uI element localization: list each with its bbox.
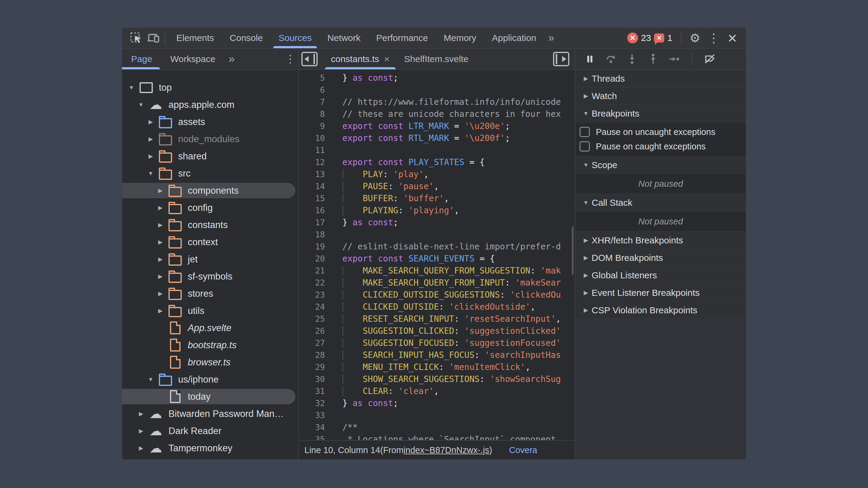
debugger-section-event-listener-breakpoints[interactable]: ▶Event Listener Breakpoints [575,284,746,301]
chevron-right-icon[interactable]: ▶ [155,307,165,314]
tree-item-us-iphone[interactable]: ▼us/iphone [122,371,299,388]
tree-item-shared[interactable]: ▶shared [122,148,299,165]
pause-script-icon[interactable] [583,53,596,66]
tree-item-bitwarden-password-man-[interactable]: ▶☁Bitwarden Password Man… [122,405,299,422]
chevron-down-icon[interactable]: ▼ [146,376,156,383]
debugger-section-call-stack[interactable]: ▼Call Stack [575,194,746,212]
step-into-icon[interactable] [625,53,639,66]
debugger-section-breakpoints[interactable]: ▼Breakpoints [575,105,746,122]
debugger-section-threads[interactable]: ▶Threads [575,70,746,87]
editor-tab[interactable]: ShelfItem.svelte [397,49,475,69]
line-number[interactable]: 7 [299,97,325,107]
line-number[interactable]: 15 [299,194,325,203]
chevron-right-icon[interactable]: ▶ [136,445,146,452]
tree-item-utils[interactable]: ▶utils [122,302,299,319]
debugger-section-xhr-fetch-breakpoints[interactable]: ▶XHR/fetch Breakpoints [575,232,746,249]
line-number[interactable]: 19 [299,242,325,251]
line-number[interactable]: 27 [299,338,325,348]
chevron-right-icon[interactable]: ▶ [155,290,165,297]
chevron-right-icon[interactable]: ▶ [146,153,156,160]
line-number[interactable]: 13 [299,170,325,179]
debugger-section-dom-breakpoints[interactable]: ▶DOM Breakpoints [575,249,746,267]
inspect-element-icon[interactable] [128,30,145,46]
tab-performance[interactable]: Performance [368,28,436,48]
tab-network[interactable]: Network [319,28,368,48]
line-number[interactable]: 33 [299,411,325,420]
line-number[interactable]: 23 [299,290,325,299]
line-number[interactable]: 26 [299,326,325,335]
line-number[interactable]: 28 [299,350,325,360]
step-icon[interactable] [668,53,681,66]
navigator-tab-page[interactable]: Page [122,49,161,69]
line-number[interactable]: 35 [299,435,325,441]
chevron-right-icon[interactable]: ▶ [155,238,165,246]
chevron-down-icon[interactable]: ▼ [126,84,136,91]
step-out-icon[interactable] [647,53,660,66]
line-number[interactable]: 34 [299,423,325,432]
errors-warnings-badge[interactable]: ✕ 23 ✕ 1 [627,33,673,43]
hide-navigator-icon[interactable] [301,52,318,66]
line-number[interactable]: 12 [299,158,325,167]
tab-memory[interactable]: Memory [436,28,484,48]
tree-item-components[interactable]: ▶components [122,182,299,199]
tree-item-assets[interactable]: ▶assets [122,113,299,130]
source-editor[interactable]: 5} as const;67// https://www.fileformat.… [299,70,575,459]
more-navigator-tabs-icon[interactable]: » [224,53,239,65]
settings-gear-icon[interactable]: ⚙ [687,30,703,46]
checkbox-unchecked[interactable] [580,127,590,137]
tree-item-jet[interactable]: ▶jet [122,251,299,268]
chevron-right-icon[interactable]: ▶ [155,273,165,280]
checkbox-row[interactable]: Pause on uncaught exceptions [575,125,746,139]
chevron-down-icon[interactable]: ▼ [146,170,156,177]
tab-application[interactable]: Application [484,28,544,48]
chevron-right-icon[interactable]: ▶ [136,427,146,434]
source-map-link[interactable]: index~B87DnNzwx-.js [404,445,489,455]
tab-elements[interactable]: Elements [168,28,222,48]
chevron-right-icon[interactable]: ▶ [136,410,146,417]
more-options-icon[interactable]: ⋮ [706,30,722,46]
tree-item-app-svelte[interactable]: App.svelte [122,319,299,336]
code-area[interactable]: 5} as const;67// https://www.fileformat.… [299,70,575,440]
navigator-tab-workspace[interactable]: Workspace [161,49,224,69]
line-number[interactable]: 5 [299,73,325,83]
debugger-section-csp-violation-breakpoints[interactable]: ▶CSP Violation Breakpoints [575,301,746,319]
line-number[interactable]: 18 [299,230,325,239]
tree-item-stores[interactable]: ▶stores [122,285,299,302]
tree-item-today[interactable]: today [122,388,299,405]
line-number[interactable]: 8 [299,109,325,119]
deactivate-breakpoints-icon[interactable] [703,53,716,66]
step-over-icon[interactable] [604,53,618,66]
tree-item-top[interactable]: ▼top [122,79,299,96]
line-number[interactable]: 10 [299,133,325,143]
tree-item-context[interactable]: ▶context [122,233,299,251]
line-number[interactable]: 29 [299,362,325,372]
tree-item-node-modules[interactable]: ▶node_modules [122,130,299,148]
tree-item-constants[interactable]: ▶constants [122,216,299,233]
navigator-menu-icon[interactable]: ⋮ [282,51,299,67]
more-tabs-icon[interactable]: » [544,32,558,44]
chevron-right-icon[interactable]: ▶ [146,135,156,142]
line-number[interactable]: 22 [299,278,325,287]
line-number[interactable]: 9 [299,121,325,131]
chevron-right-icon[interactable]: ▶ [155,204,165,211]
tree-item-config[interactable]: ▶config [122,199,299,216]
coverage-link[interactable]: Covera [509,445,537,455]
tree-item-tampermonkey[interactable]: ▶☁Tampermonkey [122,440,299,457]
checkbox-row[interactable]: Pause on caught exceptions [575,139,746,154]
tree-item-dark-reader[interactable]: ▶☁Dark Reader [122,422,299,440]
editor-tab[interactable]: constants.ts× [324,49,397,69]
line-number[interactable]: 6 [299,85,325,95]
tab-sources[interactable]: Sources [271,28,319,48]
line-number[interactable]: 14 [299,182,325,191]
line-number[interactable]: 21 [299,266,325,275]
tree-item-bootstrap-ts[interactable]: bootstrap.ts [122,336,299,354]
tab-console[interactable]: Console [222,28,271,48]
close-tab-icon[interactable]: × [384,54,390,65]
tree-item-apps-apple-com[interactable]: ▼☁apps.apple.com [122,96,299,113]
show-debugger-panel-icon[interactable] [553,52,569,66]
close-devtools-icon[interactable]: × [724,30,741,46]
editor-scrollbar[interactable] [572,227,574,275]
line-number[interactable]: 31 [299,387,325,396]
debugger-section-scope[interactable]: ▼Scope [575,156,746,174]
tree-item-browser-ts[interactable]: browser.ts [122,354,299,371]
